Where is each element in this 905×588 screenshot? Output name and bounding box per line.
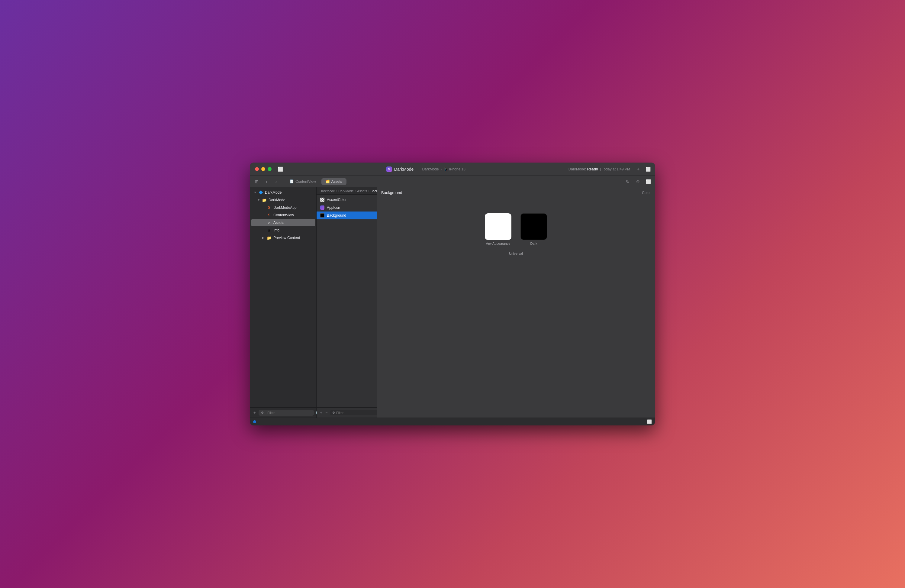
file-filter-icon: ⊙ xyxy=(332,411,335,415)
file-label-accentcolor: AccentColor xyxy=(327,198,346,202)
appicon-icon xyxy=(319,205,325,210)
sidebar-toggle-icon[interactable]: ⬜ xyxy=(278,167,283,172)
folder-icon: 📁 xyxy=(262,197,267,203)
nav-label-darkmode-root: DarkMode xyxy=(265,191,281,195)
toolbar-right: ↻ ⊖ ⬜ xyxy=(624,178,655,186)
forward-button[interactable]: › xyxy=(272,178,280,186)
zoom-button[interactable]: ⊖ xyxy=(634,178,642,186)
title-status: DarkMode: Ready | Today at 1:49 PM xyxy=(568,167,630,171)
color-action-button[interactable]: Color xyxy=(642,191,651,195)
dark-label: Dark xyxy=(530,242,537,245)
xcode-window: ⬜ D DarkMode DarkMode › 📱 iPhone 13 Dark… xyxy=(250,162,655,426)
nav-item-darkmodeapp[interactable]: S DarkModeApp xyxy=(251,204,315,211)
nav-label-contentview: ContentView xyxy=(273,213,294,217)
preview-folder-icon: 📁 xyxy=(267,235,272,240)
minimize-button[interactable] xyxy=(261,167,265,171)
nav-label-darkmode-folder: DarkMode xyxy=(268,198,285,202)
nav-item-contentview[interactable]: S ContentView xyxy=(251,211,315,219)
swatches-row: Any Appearance Dark xyxy=(485,213,547,245)
nav-item-folder[interactable]: ▼ 📁 DarkMode xyxy=(251,196,315,203)
file-tree-breadcrumb: DarkMode › DarkMode › Assets › Backgroun… xyxy=(317,188,377,195)
asset-content: Any Appearance Dark Universal xyxy=(377,198,655,418)
info-icon: ⊞ xyxy=(267,227,272,233)
close-button[interactable] xyxy=(255,167,259,171)
file-remove-button[interactable]: － xyxy=(324,410,329,416)
title-bar: ⬜ D DarkMode DarkMode › 📱 iPhone 13 Dark… xyxy=(250,162,655,176)
navigator-panel: ▼ 🔷 DarkMode ▼ 📁 DarkMode S DarkModeApp xyxy=(250,188,317,418)
status-bar: ⬜ xyxy=(250,418,655,426)
bc-assets[interactable]: Assets xyxy=(357,189,367,193)
file-filter-input[interactable] xyxy=(336,411,378,415)
bc-darkmode1[interactable]: DarkMode xyxy=(319,189,335,193)
toolbar: ⊞ ‹ › 📄 ContentView 🗂️ Assets ↻ ⊖ ⬜ xyxy=(250,176,655,188)
file-label-background: Background xyxy=(327,213,346,218)
nav-item-project[interactable]: ▼ 🔷 DarkMode xyxy=(251,189,315,196)
file-item-accentcolor[interactable]: AccentColor xyxy=(317,196,377,203)
traffic-lights xyxy=(250,167,276,171)
swift-icon: S xyxy=(267,205,272,210)
file-item-appicon[interactable]: AppIcon xyxy=(317,203,377,211)
navigator-tree: ▼ 🔷 DarkMode ▼ 📁 DarkMode S DarkModeApp xyxy=(250,188,316,407)
toolbar-tabs: 📄 ContentView 🗂️ Assets xyxy=(283,178,349,185)
asset-header: Background Color xyxy=(377,188,655,198)
navigator-footer: ＋ ⊙ 🕐 ⚠ xyxy=(250,407,316,418)
refresh-button[interactable]: ↻ xyxy=(624,178,632,186)
disclosure-folder-icon: ▼ xyxy=(257,199,262,202)
preview-disclosure-icon: ▶ xyxy=(262,236,267,239)
nav-item-info[interactable]: ⊞ Info xyxy=(251,227,315,234)
nav-label-info: Info xyxy=(273,228,279,232)
title-bar-center: D DarkMode DarkMode › 📱 iPhone 13 xyxy=(283,167,568,172)
file-tree-footer: ＋ － ⊙ xyxy=(317,407,377,418)
nav-label-darkmodeapp: DarkModeApp xyxy=(273,205,297,210)
asset-viewer: Background Color Any Appearance Dark xyxy=(377,188,655,418)
breadcrumb-darkmode[interactable]: DarkMode xyxy=(422,167,438,171)
asset-header-title: Background xyxy=(381,191,402,195)
title-bar-actions: ＋ ⬜ xyxy=(635,166,655,173)
app-title: DarkMode xyxy=(394,167,414,172)
contentview-swift-icon: S xyxy=(267,212,272,218)
nav-label-preview: Preview Content xyxy=(273,236,300,240)
nav-item-preview[interactable]: ▶ 📁 Preview Content xyxy=(251,234,315,242)
swatch-dark: Dark xyxy=(521,213,547,245)
file-item-background[interactable]: Background xyxy=(317,211,377,219)
fullscreen-button[interactable] xyxy=(268,167,272,171)
file-tree-list: AccentColor AppIcon Background xyxy=(317,195,377,407)
nav-label-assets: Assets xyxy=(273,221,284,225)
split-view-button[interactable]: ⬜ xyxy=(645,166,651,173)
back-button[interactable]: ‹ xyxy=(262,178,271,186)
any-appearance-swatch[interactable] xyxy=(485,213,511,240)
assets-tab-icon: 🗂️ xyxy=(325,180,330,183)
status-indicator xyxy=(253,420,256,423)
tab-assets[interactable]: 🗂️ Assets xyxy=(321,178,346,185)
add-nav-button[interactable]: ＋ xyxy=(252,410,257,416)
swatch-any-appearance: Any Appearance xyxy=(485,213,511,245)
swatches-separator xyxy=(486,248,546,248)
tab-assets-label: Assets xyxy=(331,180,342,184)
add-button[interactable]: ＋ xyxy=(635,166,641,173)
inspector-toggle[interactable]: ⬜ xyxy=(644,178,653,186)
assets-catalog-icon: A xyxy=(267,220,272,226)
filter-icon: ⊙ xyxy=(261,411,264,415)
color-swatches: Any Appearance Dark Universal xyxy=(485,213,547,255)
inspector-toggle-btn[interactable]: ⬜ xyxy=(647,420,652,424)
tab-contentview[interactable]: 📄 ContentView xyxy=(286,178,320,185)
project-icon: 🔷 xyxy=(258,190,264,195)
tab-contentview-label: ContentView xyxy=(295,180,316,184)
disclosure-icon: ▼ xyxy=(254,191,258,194)
universal-label: Universal xyxy=(509,252,523,255)
file-label-appicon: AppIcon xyxy=(327,205,340,210)
background-icon xyxy=(319,213,325,218)
app-icon: D xyxy=(386,167,392,172)
title-breadcrumb: DarkMode › 📱 iPhone 13 xyxy=(422,167,465,171)
dark-swatch[interactable] xyxy=(521,213,547,240)
file-add-button[interactable]: ＋ xyxy=(319,410,323,416)
any-appearance-label: Any Appearance xyxy=(486,242,511,245)
toolbar-left: ⊞ ‹ › xyxy=(250,176,283,187)
navigator-filter-input[interactable] xyxy=(265,410,311,415)
bc-darkmode2[interactable]: DarkMode xyxy=(338,189,354,193)
breadcrumb-iphone[interactable]: 📱 iPhone 13 xyxy=(443,167,465,171)
grid-view-button[interactable]: ⊞ xyxy=(252,178,261,186)
file-tree-panel: DarkMode › DarkMode › Assets › Backgroun… xyxy=(317,188,377,418)
contentview-tab-icon: 📄 xyxy=(290,180,294,183)
nav-item-assets[interactable]: A Assets xyxy=(251,219,315,226)
